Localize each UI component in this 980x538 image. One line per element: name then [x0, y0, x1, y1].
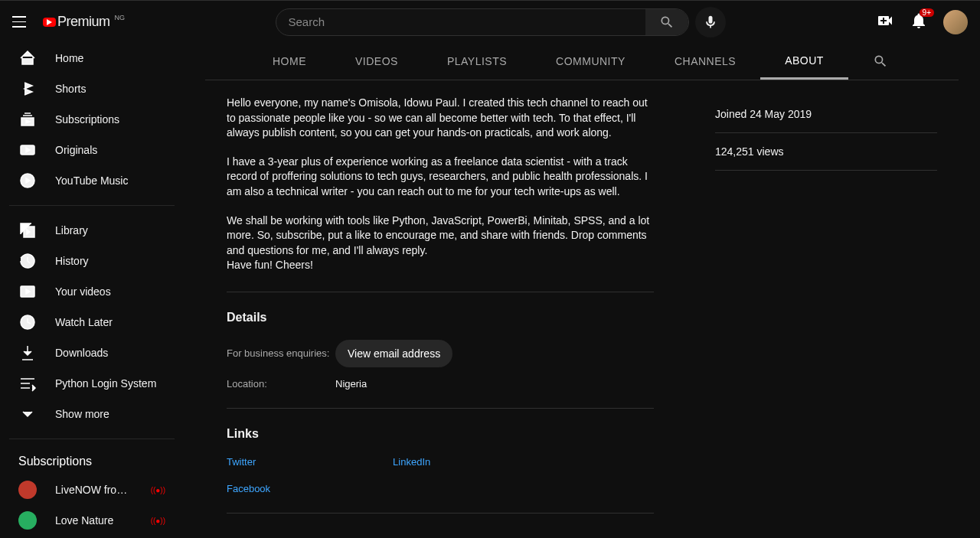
playlist-icon	[18, 374, 37, 393]
nav-python-login-system[interactable]: Python Login System	[0, 368, 184, 399]
notification-badge: 9+	[920, 8, 934, 17]
channel-avatar	[18, 481, 37, 499]
divider	[9, 439, 175, 439]
view-count: 124,251 views	[715, 133, 937, 171]
location-value: Nigeria	[335, 378, 367, 390]
nav-label: History	[55, 255, 89, 267]
nav-shorts[interactable]: Shorts	[0, 73, 184, 104]
tab-videos[interactable]: VIDEOS	[331, 43, 423, 80]
divider	[227, 292, 654, 292]
create-icon	[876, 11, 894, 30]
create-button[interactable]	[876, 11, 894, 32]
nav-subscriptions[interactable]: Subscriptions	[0, 104, 184, 135]
nav-label: Show more	[55, 408, 109, 420]
originals-icon	[18, 141, 37, 159]
nav-library[interactable]: Library	[0, 215, 184, 246]
tab-home[interactable]: HOME	[248, 43, 331, 80]
link-twitter[interactable]: Twitter	[227, 456, 270, 468]
location-label: Location:	[227, 378, 335, 390]
notifications-button[interactable]: 9+	[910, 11, 928, 32]
voice-search-button[interactable]	[695, 7, 726, 37]
nav-show-more[interactable]: Show more	[0, 399, 184, 429]
play-icon	[47, 19, 52, 25]
tab-about[interactable]: ABOUT	[760, 43, 848, 80]
nav-label: Library	[55, 224, 88, 236]
search-input[interactable]	[276, 15, 645, 28]
tab-search[interactable]	[848, 43, 913, 80]
channel-tabs: HOMEVIDEOSPLAYLISTSCOMMUNITYCHANNELSABOU…	[205, 43, 959, 80]
description-paragraph: I have a 3-year plus of experience worki…	[227, 155, 654, 200]
divider	[9, 205, 175, 206]
subs-icon	[18, 110, 37, 129]
tab-channels[interactable]: CHANNELS	[650, 43, 760, 80]
channel-description: Hello everyone, my name's Omisola, Idowu…	[227, 96, 654, 273]
tab-community[interactable]: COMMUNITY	[531, 43, 650, 80]
tab-playlists[interactable]: PLAYLISTS	[423, 43, 531, 80]
divider	[227, 408, 654, 409]
channel-name: Love Nature	[55, 514, 132, 527]
chevron-icon	[18, 405, 37, 423]
youtube-logo[interactable]: Premium NG	[43, 14, 125, 30]
nav-label: Python Login System	[55, 377, 156, 390]
subscriptions-heading: Subscriptions	[0, 448, 184, 474]
music-icon	[18, 171, 37, 190]
nav-youtube-music[interactable]: YouTube Music	[0, 165, 184, 196]
search-button[interactable]	[645, 9, 688, 35]
link-facebook[interactable]: Facebook	[227, 483, 270, 494]
nav-label: Home	[55, 52, 83, 64]
sidebar: HomeShortsSubscriptionsOriginalsYouTube …	[0, 43, 184, 538]
nav-downloads[interactable]: Downloads	[0, 337, 184, 368]
details-heading: Details	[227, 311, 654, 324]
home-icon	[18, 49, 37, 67]
channel-avatar	[18, 511, 37, 530]
nav-your-videos[interactable]: Your videos	[0, 276, 184, 307]
nav-label: Subscriptions	[55, 113, 119, 126]
subscription-item[interactable]: Love Nature((●))	[0, 505, 184, 536]
channel-name: LiveNOW from F…	[55, 484, 132, 496]
divider	[227, 513, 654, 514]
nav-label: Originals	[55, 144, 97, 156]
nav-label: Downloads	[55, 347, 108, 359]
subscription-item[interactable]: LiveNOW from F…((●))	[0, 474, 184, 505]
shorts-icon	[18, 80, 37, 98]
watchlater-icon	[18, 313, 37, 331]
nav-label: Your videos	[55, 285, 111, 298]
account-avatar[interactable]	[943, 10, 968, 34]
description-paragraph: We shall be working with tools like Pyth…	[227, 214, 654, 273]
view-email-button[interactable]: View email address	[335, 340, 452, 367]
live-indicator: ((●))	[151, 486, 165, 494]
links-heading: Links	[227, 427, 654, 441]
nav-label: YouTube Music	[55, 174, 128, 187]
joined-date: Joined 24 May 2019	[715, 96, 937, 133]
country-code: NG	[115, 14, 126, 21]
microphone-icon	[703, 15, 718, 30]
nav-label: Watch Later	[55, 316, 113, 328]
search-icon	[659, 15, 675, 30]
nav-label: Shorts	[55, 83, 86, 95]
nav-originals[interactable]: Originals	[0, 135, 184, 165]
description-paragraph: Hello everyone, my name's Omisola, Idowu…	[227, 96, 654, 141]
search-icon	[873, 54, 888, 69]
logo-text: Premium	[57, 14, 110, 30]
library-icon	[18, 221, 37, 240]
search-box	[276, 8, 689, 36]
nav-history[interactable]: History	[0, 246, 184, 276]
yourvideos-icon	[18, 282, 37, 301]
business-label: For business enquiries:	[227, 347, 335, 359]
menu-button[interactable]	[12, 13, 31, 31]
downloads-icon	[18, 344, 37, 362]
link-linkedin[interactable]: LinkedIn	[393, 456, 430, 468]
nav-watch-later[interactable]: Watch Later	[0, 307, 184, 337]
live-indicator: ((●))	[151, 517, 165, 525]
history-icon	[18, 252, 37, 270]
nav-home[interactable]: Home	[0, 43, 184, 73]
